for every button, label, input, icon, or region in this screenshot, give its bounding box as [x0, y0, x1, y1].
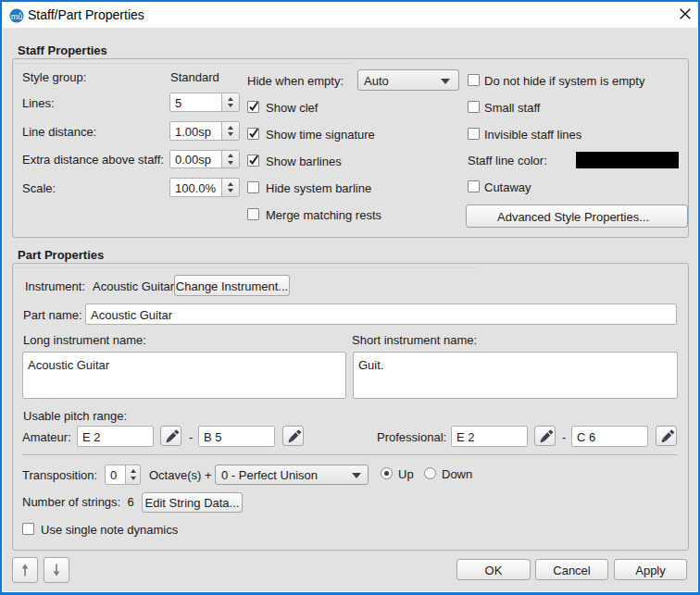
svg-text:mů: mů [11, 12, 23, 21]
